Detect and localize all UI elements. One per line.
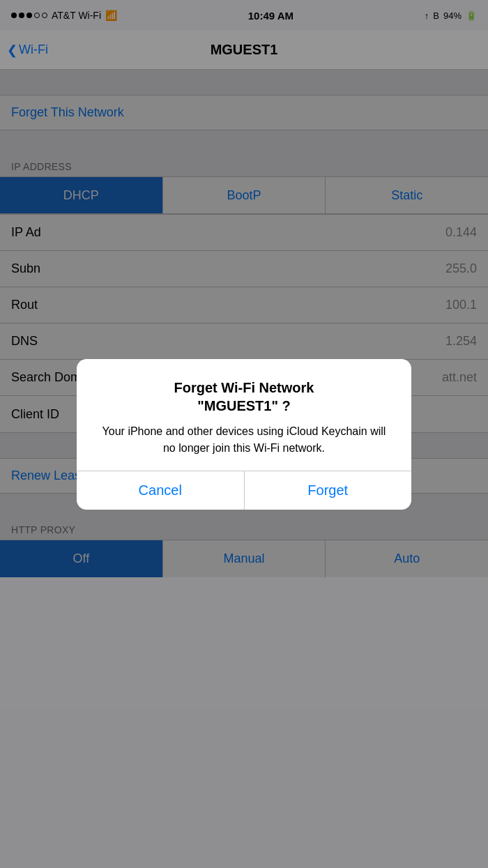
forget-network-modal: Forget Wi-Fi Network"MGUEST1" ? Your iPh…: [77, 359, 411, 510]
modal-overlay: Forget Wi-Fi Network"MGUEST1" ? Your iPh…: [0, 0, 488, 868]
cancel-label: Cancel: [139, 482, 182, 498]
modal-title: Forget Wi-Fi Network"MGUEST1" ?: [98, 379, 390, 415]
modal-buttons: Cancel Forget: [77, 471, 411, 510]
forget-label: Forget: [307, 482, 348, 498]
modal-body: Forget Wi-Fi Network"MGUEST1" ? Your iPh…: [77, 359, 411, 471]
forget-button[interactable]: Forget: [245, 471, 412, 510]
cancel-button[interactable]: Cancel: [77, 471, 245, 510]
modal-message: Your iPhone and other devices using iClo…: [98, 423, 390, 457]
